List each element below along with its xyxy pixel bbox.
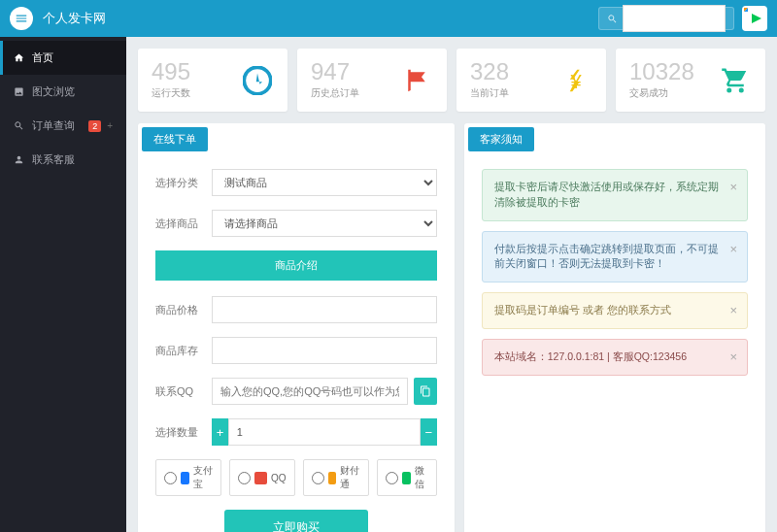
- category-label: 选择分类: [155, 176, 212, 190]
- badge-count: 2: [88, 120, 101, 132]
- alert-close-button[interactable]: ×: [729, 240, 737, 259]
- notice-panel: 客家须知 提取卡密后请尽快激活使用或保存好，系统定期清除被提取的卡密 × 付款后…: [464, 123, 765, 532]
- stat-icon: [241, 64, 274, 97]
- qq-input[interactable]: [212, 378, 408, 405]
- stat-label: 历史总订单: [311, 86, 359, 100]
- user-icon: [14, 154, 24, 165]
- payment-option[interactable]: QQ: [229, 459, 295, 496]
- stat-card: 328 当前订单 ¥: [456, 49, 606, 112]
- panel-title: 客家须知: [468, 127, 534, 151]
- qty-plus-button[interactable]: +: [212, 418, 228, 446]
- stat-icon: [719, 64, 752, 97]
- stat-value: 10328: [629, 60, 694, 83]
- category-select[interactable]: 测试商品: [212, 169, 437, 196]
- payment-radio[interactable]: [386, 472, 398, 484]
- search-input[interactable]: [623, 5, 726, 32]
- alert-text: 付款后按提示点击确定跳转到提取页面，不可提前关闭窗口！否则无法提取到卡密！: [494, 243, 719, 270]
- payment-label: 微信: [415, 464, 428, 491]
- app-logo[interactable]: [742, 6, 767, 31]
- sidebar-item-label: 图文浏览: [32, 84, 75, 99]
- product-intro-tab[interactable]: 商品介绍: [155, 250, 437, 281]
- hamburger-icon: [15, 12, 28, 25]
- payment-label: QQ: [271, 473, 287, 483]
- sidebar-item-orders[interactable]: 订单查询 2 +: [0, 109, 126, 143]
- stat-value: 495: [152, 60, 190, 83]
- svg-text:¥: ¥: [569, 70, 582, 91]
- panel-title: 在线下单: [142, 127, 208, 151]
- qq-label: 联系QQ: [155, 384, 212, 399]
- payment-radio[interactable]: [164, 472, 177, 484]
- payment-label: 财付通: [340, 464, 359, 491]
- stock-field: [212, 337, 437, 364]
- play-icon: [752, 14, 761, 23]
- sidebar-item-support[interactable]: 联系客服: [0, 143, 126, 177]
- price-field: [212, 296, 437, 323]
- stat-label: 交易成功: [629, 86, 694, 100]
- qty-input[interactable]: [228, 418, 421, 446]
- payment-radio[interactable]: [238, 472, 251, 484]
- copy-icon: [420, 385, 431, 397]
- sidebar-item-home[interactable]: 首页: [0, 41, 126, 75]
- sidebar-item-label: 订单查询: [32, 118, 75, 133]
- stat-card: 495 运行天数: [138, 49, 287, 112]
- alert-yellow: 提取码是订单编号 或者 您的联系方式 ×: [482, 292, 748, 329]
- payment-label: 支付宝: [193, 464, 213, 491]
- order-panel: 在线下单 选择分类 测试商品 选择商品 请选择商品 商品介绍 商品价格: [138, 123, 455, 532]
- payment-radio[interactable]: [312, 472, 324, 484]
- sidebar-item-browse[interactable]: 图文浏览: [0, 75, 126, 109]
- buy-button[interactable]: 立即购买: [224, 510, 368, 532]
- topbar: 个人发卡网: [0, 0, 777, 37]
- payment-option[interactable]: 财付通: [303, 459, 369, 496]
- alert-green: 提取卡密后请尽快激活使用或保存好，系统定期清除被提取的卡密 ×: [482, 169, 748, 221]
- alert-close-button[interactable]: ×: [729, 178, 737, 197]
- search-icon: [607, 14, 618, 24]
- alert-blue: 付款后按提示点击确定跳转到提取页面，不可提前关闭窗口！否则无法提取到卡密！ ×: [482, 231, 748, 283]
- product-label: 选择商品: [155, 216, 212, 231]
- main-content: 495 运行天数 947 历史总订单 328 当前订单 ¥ 10328 交易成功…: [126, 37, 777, 532]
- alert-text: 本站域名：127.0.0.1:81 | 客服QQ:123456: [494, 350, 687, 362]
- sidebar-item-label: 联系客服: [32, 152, 75, 167]
- sidebar-item-label: 首页: [32, 50, 53, 65]
- stock-label: 商品库存: [155, 344, 212, 358]
- qq-copy-button[interactable]: [414, 378, 437, 405]
- payment-icon: [328, 472, 337, 484]
- stat-card: 947 历史总订单: [297, 49, 447, 112]
- alert-close-button[interactable]: ×: [729, 301, 737, 320]
- qty-label: 选择数量: [155, 425, 212, 440]
- alert-close-button[interactable]: ×: [729, 348, 737, 367]
- image-icon: [14, 86, 24, 97]
- alert-text: 提取卡密后请尽快激活使用或保存好，系统定期清除被提取的卡密: [494, 181, 719, 208]
- menu-toggle-button[interactable]: [10, 7, 33, 30]
- alert-text: 提取码是订单编号 或者 您的联系方式: [494, 304, 671, 316]
- qty-minus-button[interactable]: −: [421, 418, 437, 446]
- stat-icon: [400, 64, 433, 97]
- app-title: 个人发卡网: [43, 10, 106, 27]
- alert-red: 本站域名：127.0.0.1:81 | 客服QQ:123456 ×: [482, 339, 748, 376]
- stat-label: 当前订单: [470, 86, 509, 100]
- payment-icon: [181, 472, 189, 484]
- stat-label: 运行天数: [152, 86, 190, 100]
- payment-option[interactable]: 支付宝: [155, 459, 221, 496]
- stat-card: 10328 交易成功: [616, 49, 765, 112]
- search-box[interactable]: [598, 7, 734, 30]
- sidebar: 首页 图文浏览 订单查询 2 + 联系客服: [0, 37, 126, 532]
- search-icon: [14, 120, 24, 131]
- payment-option[interactable]: 微信: [377, 459, 437, 496]
- payment-icon: [402, 472, 411, 484]
- plus-icon[interactable]: +: [107, 120, 113, 131]
- home-icon: [14, 52, 24, 63]
- product-select[interactable]: 请选择商品: [212, 210, 437, 237]
- price-label: 商品价格: [155, 303, 212, 317]
- stat-value: 328: [470, 60, 509, 83]
- payment-icon: [254, 472, 267, 484]
- stat-value: 947: [311, 60, 359, 83]
- stat-icon: ¥: [559, 64, 592, 97]
